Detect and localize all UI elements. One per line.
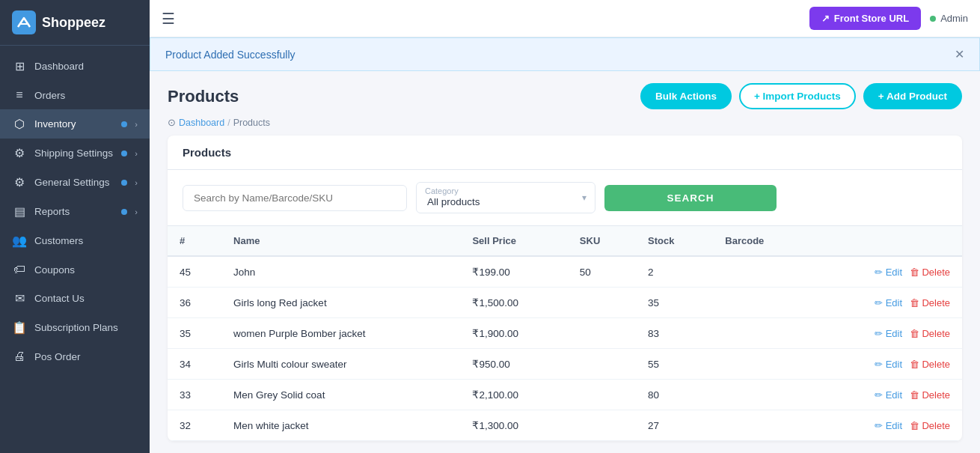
sidebar-item-label: General Settings bbox=[34, 177, 114, 188]
edit-button[interactable]: ✏ Edit bbox=[875, 328, 902, 339]
cell-sell-price: ₹1,300.00 bbox=[460, 410, 567, 441]
cell-barcode bbox=[713, 380, 809, 410]
cell-barcode bbox=[713, 410, 809, 441]
table-row: 36 Girls long Red jacket ₹1,500.00 35 ✏ … bbox=[168, 288, 962, 318]
delete-button[interactable]: 🗑 Delete bbox=[910, 297, 950, 308]
cell-id: 35 bbox=[168, 318, 221, 349]
cell-actions: ✏ Edit 🗑 Delete bbox=[809, 410, 962, 441]
cell-actions: ✏ Edit 🗑 Delete bbox=[809, 349, 962, 380]
logo: Shoppeez bbox=[0, 0, 150, 46]
cell-actions: ✏ Edit 🗑 Delete bbox=[809, 380, 962, 410]
front-store-button[interactable]: ↗ Front Store URL bbox=[809, 7, 921, 30]
col-name: Name bbox=[221, 226, 460, 256]
sidebar-item-orders[interactable]: ≡ Orders bbox=[0, 81, 150, 109]
table-row: 33 Men Grey Solid coat ₹2,100.00 80 ✏ Ed… bbox=[168, 380, 962, 410]
delete-button[interactable]: 🗑 Delete bbox=[910, 420, 950, 431]
bulk-actions-button[interactable]: Bulk Actions bbox=[640, 83, 732, 109]
cell-stock: 35 bbox=[636, 288, 713, 318]
page-header: Products Bulk Actions + Import Products … bbox=[150, 71, 980, 115]
dashboard-icon: ⊞ bbox=[12, 59, 27, 73]
add-product-button[interactable]: + Add Product bbox=[863, 83, 962, 109]
cell-stock: 55 bbox=[636, 349, 713, 380]
delete-button[interactable]: 🗑 Delete bbox=[910, 359, 950, 370]
sidebar: Shoppeez ⊞ Dashboard ≡ Orders ⬡ Inventor… bbox=[0, 0, 150, 453]
sidebar-item-pos[interactable]: 🖨 Pos Order bbox=[0, 342, 150, 371]
chevron-right-icon: › bbox=[135, 178, 138, 187]
admin-badge: Admin bbox=[930, 13, 968, 24]
logo-icon bbox=[12, 10, 36, 34]
cell-id: 34 bbox=[168, 349, 221, 380]
breadcrumb: ⊙ Dashboard / Products bbox=[150, 115, 980, 136]
search-input[interactable] bbox=[183, 185, 407, 211]
svg-rect-0 bbox=[12, 10, 36, 34]
table-row: 45 John ₹199.00 50 2 ✏ Edit 🗑 Delete bbox=[168, 256, 962, 288]
sidebar-item-label: Dashboard bbox=[34, 61, 138, 72]
category-label: Category bbox=[425, 186, 459, 195]
delete-button[interactable]: 🗑 Delete bbox=[910, 328, 950, 339]
admin-label: Admin bbox=[940, 13, 968, 24]
sidebar-item-label: Reports bbox=[34, 206, 114, 217]
edit-button[interactable]: ✏ Edit bbox=[875, 359, 902, 370]
sidebar-item-coupons[interactable]: 🏷 Coupons bbox=[0, 255, 150, 284]
sidebar-item-customers[interactable]: 👥 Customers bbox=[0, 226, 150, 255]
edit-button[interactable]: ✏ Edit bbox=[875, 389, 902, 401]
import-products-button[interactable]: + Import Products bbox=[739, 83, 856, 109]
inventory-dot bbox=[121, 121, 127, 127]
cell-sku bbox=[568, 349, 636, 380]
delete-button[interactable]: 🗑 Delete bbox=[910, 389, 950, 401]
sidebar-item-dashboard[interactable]: ⊞ Dashboard bbox=[0, 52, 150, 81]
online-dot bbox=[930, 16, 936, 22]
cell-id: 32 bbox=[168, 410, 221, 441]
alert-close-button[interactable]: ✕ bbox=[955, 47, 964, 61]
sidebar-item-label: Pos Order bbox=[34, 351, 138, 362]
pos-icon: 🖨 bbox=[12, 350, 27, 363]
edit-button[interactable]: ✏ Edit bbox=[875, 267, 902, 278]
table-row: 34 Girls Multi colour sweater ₹950.00 55… bbox=[168, 349, 962, 380]
sidebar-item-label: Shipping Settings bbox=[34, 148, 114, 159]
edit-button[interactable]: ✏ Edit bbox=[875, 297, 902, 308]
sidebar-item-label: Contact Us bbox=[34, 293, 138, 304]
sidebar-item-shipping[interactable]: ⚙ Shipping Settings › bbox=[0, 139, 150, 168]
general-dot bbox=[121, 180, 127, 186]
cell-actions: ✏ Edit 🗑 Delete bbox=[809, 288, 962, 318]
sidebar-item-general[interactable]: ⚙ General Settings › bbox=[0, 168, 150, 197]
cell-name: Men white jacket bbox=[221, 410, 460, 441]
topbar-left: ☰ bbox=[162, 10, 175, 28]
hamburger-button[interactable]: ☰ bbox=[162, 10, 175, 28]
breadcrumb-home-link[interactable]: Dashboard bbox=[179, 118, 224, 128]
products-table: # Name Sell Price SKU Stock Barcode 45 J… bbox=[168, 226, 962, 441]
cell-sell-price: ₹950.00 bbox=[460, 349, 567, 380]
col-id: # bbox=[168, 226, 221, 256]
cell-sell-price: ₹2,100.00 bbox=[460, 380, 567, 410]
category-select-wrap: Category All products Category products … bbox=[416, 182, 595, 213]
sidebar-item-contact[interactable]: ✉ Contact Us bbox=[0, 284, 150, 313]
edit-button[interactable]: ✏ Edit bbox=[875, 420, 902, 431]
cell-sell-price: ₹1,900.00 bbox=[460, 318, 567, 349]
cell-barcode bbox=[713, 349, 809, 380]
external-link-icon: ↗ bbox=[821, 13, 830, 24]
col-actions bbox=[809, 226, 962, 256]
success-alert: Product Added Successfully ✕ bbox=[150, 37, 980, 71]
col-stock: Stock bbox=[636, 226, 713, 256]
sidebar-item-reports[interactable]: ▤ Reports › bbox=[0, 197, 150, 226]
sidebar-item-label: Inventory bbox=[34, 118, 114, 130]
page-title-group: Products bbox=[168, 87, 239, 106]
sidebar-item-label: Orders bbox=[34, 90, 138, 101]
topbar: ☰ ↗ Front Store URL Admin bbox=[150, 0, 980, 37]
cell-name: Girls long Red jacket bbox=[221, 288, 460, 318]
cell-name: Men Grey Solid coat bbox=[221, 380, 460, 410]
sidebar-item-subscription[interactable]: 📋 Subscription Plans bbox=[0, 313, 150, 342]
sidebar-item-inventory[interactable]: ⬡ Inventory › bbox=[0, 109, 150, 139]
subscription-icon: 📋 bbox=[12, 320, 27, 335]
cell-sku bbox=[568, 380, 636, 410]
contact-icon: ✉ bbox=[12, 291, 27, 305]
col-sell-price: Sell Price bbox=[460, 226, 567, 256]
cell-barcode bbox=[713, 288, 809, 318]
main-wrapper: ☰ ↗ Front Store URL Admin Product Added … bbox=[150, 0, 980, 453]
search-button[interactable]: SEARCH bbox=[604, 185, 777, 211]
col-barcode: Barcode bbox=[713, 226, 809, 256]
cell-actions: ✏ Edit 🗑 Delete bbox=[809, 256, 962, 288]
cell-sell-price: ₹199.00 bbox=[460, 256, 567, 288]
delete-button[interactable]: 🗑 Delete bbox=[910, 267, 950, 278]
cell-stock: 27 bbox=[636, 410, 713, 441]
